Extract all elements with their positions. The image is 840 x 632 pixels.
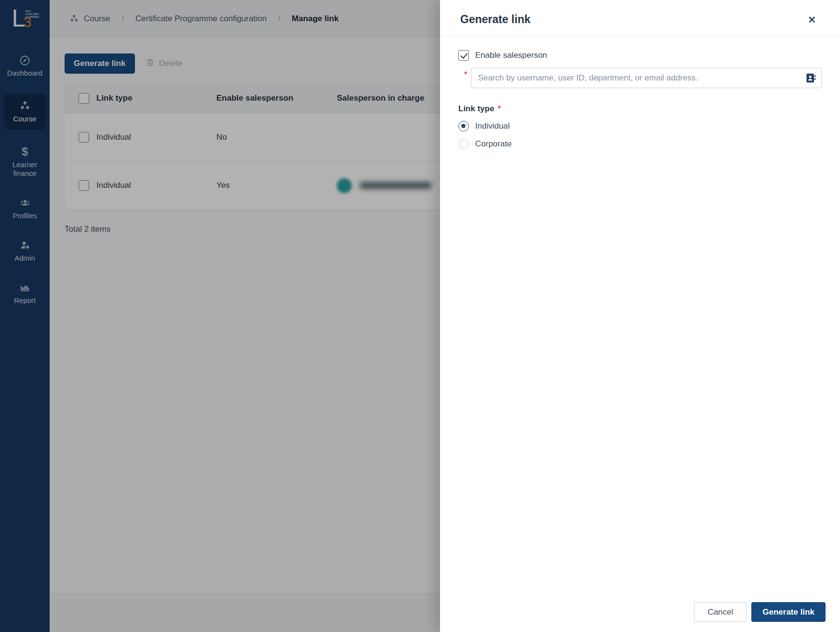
cancel-button[interactable]: Cancel	[694, 602, 747, 622]
radio-individual-label: Individual	[475, 121, 510, 131]
drawer-footer: Cancel Generate link	[440, 602, 840, 632]
radio-individual[interactable]	[458, 121, 469, 132]
drawer-header: Generate link ✕	[440, 0, 840, 37]
radio-corporate[interactable]	[458, 139, 469, 149]
enable-salesperson-label: Enable salesperson	[475, 51, 547, 60]
link-type-option-individual[interactable]: Individual	[458, 121, 822, 132]
salesperson-search-input[interactable]	[471, 68, 822, 88]
drawer-body: Enable salesperson * Link type *	[440, 37, 840, 602]
link-type-label: Link type *	[458, 104, 822, 114]
radio-corporate-label: Corporate	[475, 139, 512, 149]
required-asterisk: *	[498, 104, 501, 114]
link-type-option-corporate[interactable]: Corporate	[458, 139, 822, 149]
enable-salesperson-checkbox[interactable]	[458, 50, 469, 61]
enable-salesperson-field: Enable salesperson	[458, 50, 822, 61]
generate-link-drawer: Generate link ✕ Enable salesperson *	[440, 0, 840, 632]
close-icon[interactable]: ✕	[808, 15, 816, 25]
required-asterisk: *	[464, 70, 467, 79]
drawer-generate-link-button[interactable]: Generate link	[751, 602, 826, 622]
salesperson-search-field: *	[458, 68, 822, 88]
drawer-title: Generate link	[460, 13, 531, 26]
address-book-icon[interactable]	[805, 72, 816, 84]
